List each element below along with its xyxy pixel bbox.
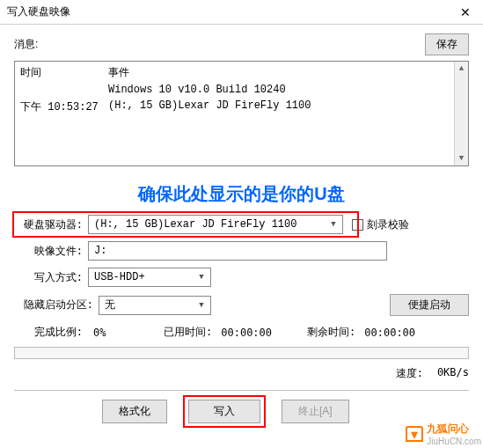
log-col-event: 事件 — [108, 65, 129, 80]
elapsed-label: 已用时间: — [164, 325, 212, 340]
watermark-name: 九狐问心 — [427, 422, 481, 437]
close-icon: ✕ — [460, 5, 471, 19]
write-mode-label: 写入方式: — [14, 270, 83, 285]
scroll-down-icon[interactable]: ▼ — [455, 151, 468, 165]
log-box: 时间 事件 Windows 10 v10.0 Build 10240 下午 10… — [14, 61, 469, 166]
write-button[interactable]: 写入 — [188, 400, 260, 423]
verify-checkbox-wrap[interactable]: 刻录校验 — [352, 217, 409, 232]
format-button[interactable]: 格式化 — [102, 400, 167, 423]
log-time-1 — [20, 84, 108, 96]
hidden-part-value: 无 — [105, 297, 115, 312]
message-label: 消息: — [14, 37, 38, 52]
progress-value: 0% — [93, 327, 137, 339]
drive-value: (H:, 15 GB)Lexar JD FireFly 1100 — [94, 218, 296, 231]
hidden-part-dropdown[interactable]: 无 ▼ — [99, 296, 211, 315]
window-title: 写入硬盘映像 — [7, 4, 70, 19]
log-event-2: (H:, 15 GB)Lexar JD FireFly 1100 — [108, 99, 311, 114]
save-button[interactable]: 保存 — [425, 33, 469, 55]
abort-button: 终止[A] — [282, 400, 349, 423]
annotation-text: 确保此处显示的是你的U盘 — [14, 182, 469, 206]
titlebar: 写入硬盘映像 ✕ — [0, 0, 483, 25]
chevron-down-icon: ▼ — [326, 220, 340, 229]
write-mode-value: USB-HDD+ — [94, 271, 145, 283]
log-col-time: 时间 — [20, 65, 108, 80]
log-event-1: Windows 10 v10.0 Build 10240 — [108, 84, 286, 96]
chevron-down-icon: ▼ — [194, 273, 209, 282]
verify-label: 刻录校验 — [367, 217, 409, 232]
watermark: ▾ 九狐问心 JiuHuCN.com — [406, 422, 481, 446]
hidden-part-label: 隐藏启动分区: — [14, 297, 93, 312]
drive-dropdown[interactable]: (H:, 15 GB)Lexar JD FireFly 1100 ▼ — [88, 215, 343, 234]
image-file-value: J: — [94, 245, 106, 257]
scrollbar-vertical[interactable]: ▲ ▼ — [454, 62, 468, 165]
write-mode-dropdown[interactable]: USB-HDD+ ▼ — [88, 268, 211, 287]
progress-label: 完成比例: — [14, 325, 83, 340]
chevron-down-icon: ▼ — [194, 301, 209, 310]
elapsed-value: 00:00:00 — [221, 327, 272, 339]
image-label: 映像文件: — [14, 244, 83, 259]
drive-label: 硬盘驱动器: — [14, 217, 83, 232]
watermark-url: JiuHuCN.com — [427, 437, 481, 446]
verify-checkbox[interactable] — [352, 219, 363, 231]
fox-icon: ▾ — [406, 426, 423, 442]
progress-bar — [14, 347, 469, 359]
scroll-up-icon[interactable]: ▲ — [455, 62, 468, 76]
remain-label: 剩余时间: — [307, 325, 355, 340]
close-button[interactable]: ✕ — [448, 0, 483, 25]
log-time-2: 下午 10:53:27 — [20, 99, 108, 114]
speed-value: 0KB/s — [437, 366, 469, 381]
easy-boot-button[interactable]: 便捷启动 — [390, 294, 469, 316]
speed-label: 速度: — [396, 366, 423, 381]
remain-value: 00:00:00 — [364, 327, 415, 339]
image-file-input[interactable]: J: — [88, 241, 387, 261]
